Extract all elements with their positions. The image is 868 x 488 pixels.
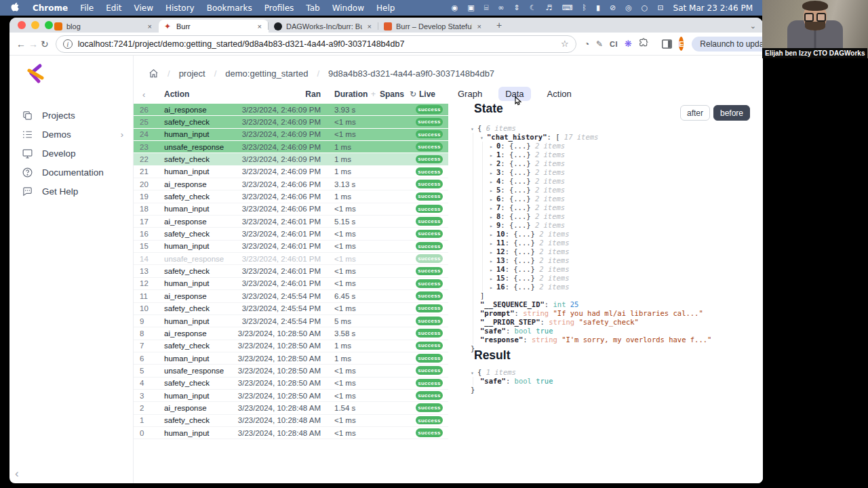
record-icon[interactable]: ◎ — [625, 3, 632, 12]
table-row[interactable]: 17ai_response3/23/2024, 2:46:01 PM5.15 s… — [134, 216, 448, 228]
table-row[interactable]: 26ai_response3/23/2024, 2:46:09 PM3.93 s… — [134, 104, 448, 116]
tab-close-icon[interactable]: × — [476, 22, 483, 30]
browser-tab[interactable]: blog× — [49, 20, 159, 33]
sidebar-collapse-icon[interactable]: ‹ — [15, 467, 19, 481]
menubar-clock[interactable]: Sat Mar 23 2:46 PM — [673, 3, 753, 13]
table-row[interactable]: 4safety_check3/23/2024, 10:28:50 AM<1 ms… — [134, 378, 448, 390]
battery-app-icon[interactable]: ⇕ — [513, 3, 519, 12]
table-row[interactable]: 8ai_response3/23/2024, 10:28:50 AM3.58 s… — [134, 327, 448, 340]
extensions-puzzle-icon[interactable] — [639, 38, 648, 49]
table-row[interactable]: 0human_input3/23/2024, 10:28:48 AM<1 mss… — [134, 427, 448, 439]
table-row[interactable]: 18human_input3/23/2024, 2:46:06 PM<1 mss… — [134, 203, 448, 216]
breadcrumb-item[interactable]: 9d8a4b83-d321-4a44-a9f0-3037148b4db7 — [328, 68, 494, 79]
table-row[interactable]: 2ai_response3/23/2024, 10:28:48 AM1.54 s… — [134, 402, 448, 414]
site-info-icon[interactable]: i — [63, 39, 73, 49]
table-back-icon[interactable]: ‹ — [142, 89, 145, 100]
menubar-item-profiles[interactable]: Profiles — [264, 3, 294, 13]
extension-circle-icon[interactable]: ◔ — [585, 39, 589, 49]
table-row[interactable]: 19safety_check3/23/2024, 2:46:06 PM1 mss… — [134, 190, 448, 203]
menubar-item-window[interactable]: Window — [332, 3, 364, 13]
sidebar-item-documentation[interactable]: Documentation — [9, 163, 133, 182]
before-button[interactable]: before — [713, 105, 750, 121]
table-row[interactable]: 1safety_check3/23/2024, 10:28:48 AM<1 ms… — [134, 415, 448, 427]
home-icon[interactable] — [149, 68, 159, 79]
table-row[interactable]: 23unsafe_response3/23/2024, 2:46:09 PM1 … — [134, 141, 448, 153]
minimize-window-button[interactable] — [31, 21, 39, 29]
browser-tab[interactable]: Burr – Develop Stateful AI Ap× — [378, 20, 488, 33]
url-text[interactable]: localhost:7241/project/demo:getting_star… — [78, 39, 555, 49]
table-row[interactable]: 12human_input3/23/2024, 2:46:01 PM<1 mss… — [134, 278, 448, 290]
after-button[interactable]: after — [680, 105, 710, 121]
new-tab-button[interactable]: + — [494, 20, 505, 30]
menubar-item-tab[interactable]: Tab — [306, 3, 319, 13]
breadcrumb-item[interactable]: project — [179, 68, 205, 79]
tab-close-icon[interactable]: × — [146, 22, 153, 30]
battery-icon[interactable]: ▮ — [596, 3, 600, 12]
menubar-item-bookmarks[interactable]: Bookmarks — [207, 3, 252, 13]
table-row[interactable]: 25safety_check3/23/2024, 2:46:09 PM<1 ms… — [134, 116, 448, 128]
apple-icon[interactable] — [11, 2, 19, 14]
table-row[interactable]: 20ai_response3/23/2024, 2:46:06 PM3.13 s… — [134, 178, 448, 190]
live-refresh-icon[interactable]: ↻ — [410, 89, 416, 99]
browser-tab[interactable]: ✦Burr× — [159, 20, 269, 33]
tab-action[interactable]: Action — [540, 87, 578, 101]
menubar-item-chrome[interactable]: Chrome — [33, 3, 68, 13]
menubar-item-file[interactable]: File — [80, 3, 94, 13]
extension-ci-icon[interactable]: CI — [610, 40, 618, 48]
table-row[interactable]: 21human_input3/23/2024, 2:46:09 PM1 mssu… — [134, 166, 448, 178]
table-row[interactable]: 6human_input3/23/2024, 10:28:50 AM1 mssu… — [134, 352, 448, 365]
url-bar[interactable]: i localhost:7241/project/demo:getting_st… — [56, 35, 576, 53]
tab-graph[interactable]: Graph — [451, 87, 489, 101]
back-button[interactable]: ← — [16, 39, 26, 49]
wifi-off-icon[interactable]: ⊘ — [610, 3, 616, 12]
tab-close-icon[interactable]: × — [366, 22, 373, 30]
browser-tab[interactable]: DAGWorks-Inc/burr: Build ap× — [269, 20, 378, 33]
sidebar-item-demos[interactable]: Demos› — [9, 125, 133, 144]
column-ran[interactable]: Ran — [229, 89, 321, 99]
table-row[interactable]: 22safety_check3/23/2024, 2:46:09 PM1 mss… — [134, 153, 448, 165]
table-row[interactable]: 13safety_check3/23/2024, 2:46:01 PM<1 ms… — [134, 265, 448, 277]
burr-logo[interactable] — [26, 62, 133, 88]
bookmark-star-icon[interactable]: ☆ — [561, 39, 569, 49]
glasses-icon[interactable]: ∞ — [498, 3, 504, 12]
table-row[interactable]: 16safety_check3/23/2024, 2:46:01 PM<1 ms… — [134, 228, 448, 240]
screen-record-icon[interactable]: ▣ — [467, 3, 474, 12]
live-toggle[interactable]: Live — [419, 89, 435, 99]
breadcrumb-item[interactable]: demo:getting_started — [225, 68, 308, 79]
menubar-item-help[interactable]: Help — [376, 3, 395, 13]
bluetooth-icon[interactable]: ᛒ — [582, 3, 587, 12]
table-row[interactable]: 24human_input3/23/2024, 2:46:09 PM<1 mss… — [134, 129, 448, 141]
spans-plus-icon[interactable]: + — [371, 89, 376, 99]
table-row[interactable]: 5unsafe_response3/23/2024, 10:28:50 AM<1… — [134, 365, 448, 377]
tab-close-icon[interactable]: × — [256, 22, 263, 30]
table-row[interactable]: 14unsafe_response3/23/2024, 2:46:01 PM<1… — [134, 253, 448, 265]
tab-overflow-button[interactable]: ⌄ — [750, 22, 756, 30]
display-icon[interactable]: ⌸ — [484, 3, 489, 12]
table-row[interactable]: 3human_input3/23/2024, 10:28:50 AM<1 mss… — [134, 390, 448, 402]
side-panel-icon[interactable] — [662, 39, 672, 49]
table-row[interactable]: 11ai_response3/23/2024, 2:45:54 PM6.45 s… — [134, 290, 448, 302]
focus-moon-icon[interactable]: ☾ — [530, 3, 536, 12]
forward-button[interactable]: → — [28, 39, 38, 49]
relaunch-to-update-button[interactable]: Relaunch to update — [692, 37, 763, 52]
extension-flower-icon[interactable]: ❋ — [625, 39, 632, 49]
profile-avatar[interactable]: E — [679, 37, 684, 51]
menubar-item-view[interactable]: View — [134, 3, 153, 13]
table-row[interactable]: 9human_input3/23/2024, 2:45:54 PM5 mssuc… — [134, 315, 448, 327]
sidebar-item-projects[interactable]: Projects — [9, 106, 133, 125]
menubar-item-edit[interactable]: Edit — [106, 3, 121, 13]
sidebar-item-get-help[interactable]: Get Help — [9, 182, 133, 201]
column-duration[interactable]: Duration — [334, 89, 368, 99]
extension-pen-icon[interactable]: ✎ — [596, 39, 603, 49]
reload-button[interactable]: ↻ — [41, 39, 49, 49]
search-icon[interactable]: ○ — [642, 3, 648, 12]
column-spans[interactable]: Spans — [380, 89, 404, 99]
menubar-item-history[interactable]: History — [165, 3, 195, 13]
control-center-icon[interactable]: ⊡ — [657, 3, 663, 12]
keyboard-icon[interactable]: ⌨ — [561, 3, 572, 12]
table-row[interactable]: 15human_input3/23/2024, 2:46:01 PM<1 mss… — [134, 241, 448, 253]
table-row[interactable]: 10safety_check3/23/2024, 2:45:54 PM<1 ms… — [134, 303, 448, 315]
table-row[interactable]: 7safety_check3/23/2024, 10:28:50 AM1 mss… — [134, 340, 448, 352]
close-window-button[interactable] — [18, 21, 26, 29]
volume-icon[interactable]: ♬ — [546, 3, 553, 12]
